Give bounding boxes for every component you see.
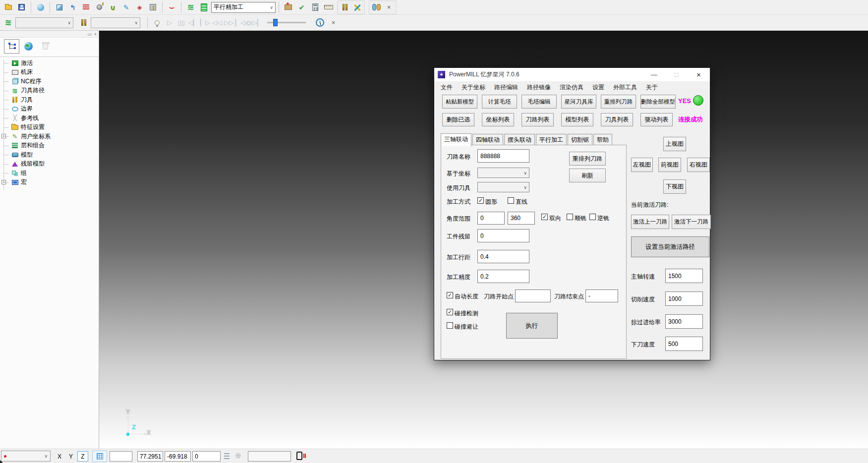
tree-item-ucs[interactable]: +✎用户坐标系 [0, 132, 99, 141]
save-project-icon[interactable] [15, 1, 28, 13]
go-end-button[interactable]: ▷▷▏ [247, 19, 258, 26]
go-start-button[interactable]: ▏◁◁ [235, 19, 246, 26]
open-project-icon[interactable] [2, 1, 14, 13]
tab-recycle[interactable] [38, 39, 53, 54]
stock-input[interactable]: 0 [477, 229, 529, 242]
paste-new-model-button[interactable]: 粘贴新模型 [442, 95, 477, 109]
block-edit-button[interactable]: 毛坯编辑 [521, 95, 557, 109]
mode-circle-checkbox[interactable]: ✓ [477, 197, 484, 204]
cross-arrows-icon[interactable] [351, 1, 363, 13]
expand-icon[interactable]: + [1, 134, 6, 138]
fast-forward-button[interactable]: ▷▷ [224, 19, 234, 26]
feed-rate-icon[interactable] [80, 1, 92, 13]
lead-link-icon[interactable]: ⌣ [166, 1, 178, 13]
slider-handle[interactable] [273, 19, 278, 26]
tree-item-stock-model[interactable]: 残留模型 [0, 160, 99, 169]
set-active-path-button[interactable]: 设置当前激活路径 [631, 236, 709, 257]
tab-explorer-tree[interactable] [4, 39, 19, 54]
rapid-moves-icon[interactable]: ↰ [66, 1, 79, 13]
toolpath-list-button[interactable]: 刀路列表 [521, 113, 554, 126]
pause-button[interactable]: ▯▯ [176, 19, 187, 26]
model-box-icon[interactable] [53, 1, 65, 13]
tree-item-feature-set[interactable]: 特征设置 [0, 123, 99, 132]
end-point-input[interactable]: - [585, 289, 618, 302]
view-right-button[interactable]: 右视图 [687, 158, 710, 172]
rearrange-button[interactable]: 重排列刀路 [569, 152, 606, 166]
menu-coords[interactable]: 关于坐标 [457, 83, 490, 92]
toolbox-icon[interactable]: ★ [282, 1, 294, 13]
probe-axis-icon[interactable]: ⊕ [235, 451, 241, 460]
coord-x-field[interactable]: 77.2951 [137, 451, 163, 462]
tolerance-input[interactable]: 0.2 [477, 270, 529, 283]
tab-3axis[interactable]: 三轴联动 [441, 133, 471, 146]
tree-item-refline[interactable]: ╳参考线 [0, 114, 99, 123]
strategy-list-icon[interactable] [198, 1, 210, 13]
coord-y-field[interactable]: -69.918 [165, 451, 191, 462]
xyz-list-icon[interactable] [224, 453, 231, 460]
view-bottom-button[interactable]: 下视图 [663, 179, 686, 194]
expand-icon[interactable]: + [1, 180, 6, 184]
axis-x-button[interactable]: X [55, 451, 64, 462]
minimize-button[interactable]: — [643, 68, 665, 81]
menu-about[interactable]: 关于 [641, 83, 662, 92]
close-button[interactable]: × [688, 68, 710, 81]
coord-list-button[interactable]: 坐标列表 [482, 113, 514, 126]
toolbar-close-icon[interactable]: × [383, 1, 395, 13]
dock-icon[interactable]: ▭ [87, 32, 92, 37]
status-extra-field[interactable] [248, 451, 291, 462]
refresh-button[interactable]: 刷新 [569, 169, 606, 182]
collision-avoid-checkbox[interactable] [447, 322, 453, 329]
play-button[interactable]: ▷ [164, 19, 175, 26]
block-icon[interactable] [34, 1, 47, 13]
tree-item-group[interactable]: 组 [0, 169, 99, 178]
tool-list-button[interactable]: 刀具列表 [601, 113, 633, 126]
coord-combo[interactable]: ∨ [477, 168, 529, 178]
spindle-speed-input[interactable]: 1500 [665, 269, 703, 283]
dialog-titlebar[interactable]: ★ PowerMILL 忆梦星河 7.0.6 — □ × [434, 68, 710, 81]
stepover-input[interactable]: 0.4 [477, 250, 529, 263]
tool-library-button[interactable]: 星河刀具库 [561, 95, 596, 109]
device-pause-icon[interactable] [296, 452, 302, 460]
measure-icon[interactable] [322, 1, 335, 13]
angle-to-input[interactable]: 360 [508, 212, 535, 225]
sim-toolpath-combo[interactable]: ∨ [15, 17, 73, 28]
angle-from-input[interactable]: 0 [477, 212, 505, 225]
dir-conv-checkbox[interactable] [589, 214, 596, 220]
activate-prev-button[interactable]: 激活上一刀路 [631, 215, 669, 229]
menu-path-edit[interactable]: 路径编辑 [490, 83, 522, 92]
collision-check-checkbox[interactable]: ✓ [447, 309, 453, 315]
pattern-icon[interactable]: ◈ [133, 1, 146, 13]
toolpath-icon[interactable]: ≋ [2, 17, 14, 29]
tab-web[interactable] [21, 39, 36, 54]
panel-close-icon[interactable]: × [94, 32, 97, 37]
tree-item-boundary[interactable]: 边界 [0, 105, 99, 114]
sim-toolbar-close-icon[interactable]: × [327, 17, 340, 29]
tree-item-model[interactable]: 模型 [0, 150, 99, 160]
curve-editor-icon[interactable]: ✎ [120, 1, 132, 13]
dir-climb-checkbox[interactable] [567, 214, 573, 220]
toolpath-name-input[interactable]: 888888 [477, 149, 529, 163]
model-list-button[interactable]: 模型列表 [561, 113, 593, 126]
start-point-input[interactable] [515, 289, 551, 302]
snap-field[interactable] [110, 451, 132, 462]
rewind-button[interactable]: ◁◁ [212, 19, 223, 26]
tab-help[interactable]: 帮助 [593, 134, 612, 146]
tools-icon[interactable] [77, 17, 90, 29]
mode-line-checkbox[interactable] [508, 197, 514, 204]
leads-icon[interactable]: ∪ [107, 1, 119, 13]
tab-swivel[interactable]: 摆头联动 [504, 134, 535, 146]
status-combo[interactable]: ∨ [1, 451, 51, 462]
execute-button[interactable]: 执行 [506, 313, 558, 339]
menu-render-sim[interactable]: 渲染仿真 [555, 83, 588, 92]
activate-next-button[interactable]: 激活下一刀路 [672, 215, 711, 229]
tab-saw[interactable]: 切割锯 [568, 134, 592, 146]
tab-4axis[interactable]: 四轴联动 [472, 134, 503, 146]
tree-item-nc-program[interactable]: NC程序 [0, 77, 99, 86]
tree-item-activate[interactable]: 激活 [0, 58, 99, 68]
delete-all-models-button[interactable]: 删除全部模型 [640, 95, 676, 109]
drive-list-button[interactable]: 驱动列表 [640, 113, 673, 126]
auto-length-checkbox[interactable]: ✓ [447, 292, 453, 298]
dir-both-checkbox[interactable]: ✓ [541, 214, 548, 220]
tab-parallel[interactable]: 平行加工 [536, 134, 567, 146]
tool-ball-icon[interactable] [93, 1, 106, 13]
